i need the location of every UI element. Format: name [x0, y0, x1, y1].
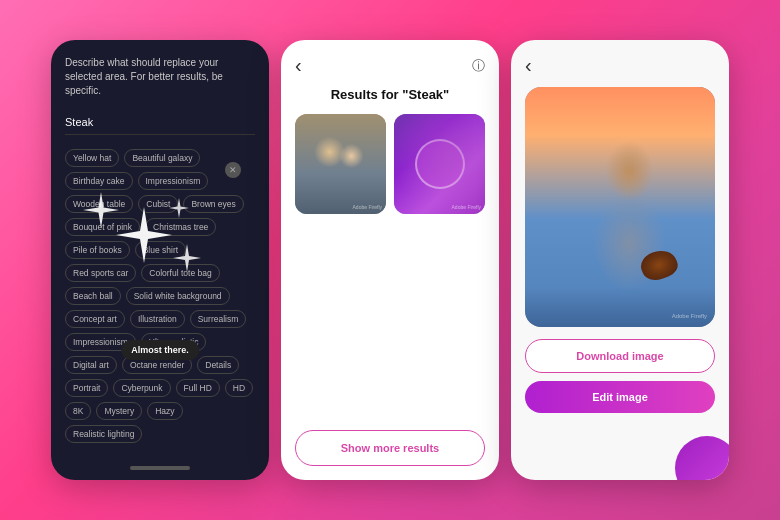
water-overlay: [525, 287, 715, 327]
tag-beach-ball[interactable]: Beach ball: [65, 287, 121, 305]
detail-back-button[interactable]: ‹: [525, 54, 532, 77]
circle-selection: [415, 139, 465, 189]
tag-impressionism[interactable]: Impressionism: [138, 172, 209, 190]
detail-photo: Adobe Firefly: [525, 87, 715, 327]
tag-hazy[interactable]: Hazy: [147, 402, 182, 420]
tag-beautiful-galaxy[interactable]: Beautiful galaxy: [124, 149, 200, 167]
results-panel: ‹ ⓘ Results for "Steak" Adobe Firefly Ad…: [281, 40, 499, 480]
results-grid: Adobe Firefly Adobe Firefly: [295, 114, 485, 214]
couple-image: [295, 114, 386, 214]
tag-birthday-cake[interactable]: Birthday cake: [65, 172, 133, 190]
tag-cyberpunk[interactable]: Cyberpunk: [113, 379, 170, 397]
detail-panel: ‹ Adobe Firefly Download image Edit imag…: [511, 40, 729, 480]
detail-actions: Download image Edit image: [525, 339, 715, 413]
home-indicator: [130, 466, 190, 470]
tag-red-sports[interactable]: Red sports car: [65, 264, 136, 282]
tag-white-bg[interactable]: Solid white background: [126, 287, 230, 305]
result-thumb-1[interactable]: Adobe Firefly: [295, 114, 386, 214]
tag-fullhd[interactable]: Full HD: [176, 379, 220, 397]
tag-8k[interactable]: 8K: [65, 402, 91, 420]
show-more-button[interactable]: Show more results: [295, 430, 485, 466]
tag-christmas-tree[interactable]: Christmas tree: [145, 218, 216, 236]
clear-button[interactable]: ✕: [225, 162, 241, 178]
result-thumb-2[interactable]: Adobe Firefly: [394, 114, 485, 214]
tag-blue-shirt[interactable]: Blue shirt: [135, 241, 186, 259]
tag-surrealism[interactable]: Surrealism: [190, 310, 247, 328]
watermark-2: Adobe Firefly: [452, 204, 481, 210]
watermark-1: Adobe Firefly: [353, 204, 382, 210]
tag-yellow-hat[interactable]: Yellow hat: [65, 149, 119, 167]
results-nav: ‹ ⓘ: [295, 54, 485, 77]
back-button[interactable]: ‹: [295, 54, 302, 77]
tag-digital-art[interactable]: Digital art: [65, 356, 117, 374]
editor-panel: Describe what should replace your select…: [51, 40, 269, 480]
editor-phone: Describe what should replace your select…: [51, 40, 269, 480]
tag-wooden-table[interactable]: Wooden table: [65, 195, 133, 213]
results-title: Results for "Steak": [331, 87, 450, 102]
tag-portrait[interactable]: Portrait: [65, 379, 108, 397]
tag-concept-art[interactable]: Concept art: [65, 310, 125, 328]
selected-overlay: [394, 114, 485, 214]
tag-bouquet[interactable]: Bouquet of pink: [65, 218, 140, 236]
detail-nav: ‹: [525, 54, 715, 77]
search-input-value[interactable]: Steak: [65, 114, 93, 130]
tag-hd[interactable]: HD: [225, 379, 253, 397]
tag-brown-eyes[interactable]: Brown eyes: [183, 195, 243, 213]
edit-button[interactable]: Edit image: [525, 381, 715, 413]
tag-details[interactable]: Details: [197, 356, 239, 374]
almost-there-toast: Almost there.: [121, 340, 199, 360]
tag-mystery[interactable]: Mystery: [96, 402, 142, 420]
tags-container: Yellow hat Beautiful galaxy Birthday cak…: [65, 149, 255, 443]
tag-cubist[interactable]: Cubist: [138, 195, 178, 213]
tag-colorful-bag[interactable]: Colorful tote bag: [141, 264, 219, 282]
detail-watermark: Adobe Firefly: [672, 313, 707, 319]
results-phone: ‹ ⓘ Results for "Steak" Adobe Firefly Ad…: [281, 40, 499, 480]
purple-circle-decoration: [675, 436, 729, 480]
download-button[interactable]: Download image: [525, 339, 715, 373]
describe-text: Describe what should replace your select…: [65, 56, 255, 98]
tag-pile-books[interactable]: Pile of books: [65, 241, 130, 259]
tag-illustration[interactable]: Illustration: [130, 310, 185, 328]
tag-realistic-lighting[interactable]: Realistic lighting: [65, 425, 142, 443]
info-button[interactable]: ⓘ: [472, 57, 485, 75]
detail-phone: ‹ Adobe Firefly Download image Edit imag…: [511, 40, 729, 480]
